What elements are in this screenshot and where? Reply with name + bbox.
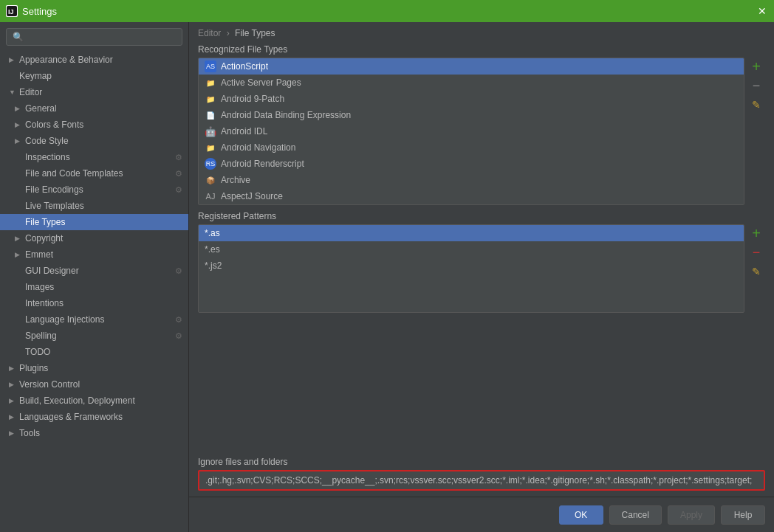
- file-type-active-server-pages[interactable]: 📁 Active Server Pages: [199, 75, 744, 91]
- sidebar-item-appearance-behavior[interactable]: Appearance & Behavior: [0, 52, 188, 68]
- file-type-archive[interactable]: 📦 Archive: [199, 172, 744, 188]
- tree-arrow-tools: [9, 429, 16, 437]
- ignore-label: Ignore files and folders: [198, 457, 765, 467]
- icon-active-server-pages: 📁: [205, 77, 216, 89]
- file-type-label-archive: Archive: [221, 175, 250, 185]
- file-type-android-9patch[interactable]: 📁 Android 9-Patch: [199, 91, 744, 107]
- sidebar-item-general[interactable]: General: [0, 100, 188, 117]
- file-types-side-buttons: + − ✎: [747, 58, 765, 205]
- file-type-label-aspectj: AspectJ Source: [221, 191, 283, 201]
- patterns-list[interactable]: *.as *.es *.js2: [198, 224, 744, 313]
- pattern-label-js2: *.js2: [205, 260, 222, 271]
- file-type-android-idl[interactable]: 🤖 Android IDL: [199, 123, 744, 139]
- sidebar-label-editor: Editor: [19, 87, 42, 97]
- inspections-badge: ⚙: [175, 153, 182, 162]
- file-type-label-actionscript: ActionScript: [221, 61, 268, 72]
- apply-button[interactable]: Apply: [668, 505, 715, 525]
- edit-file-type-button[interactable]: ✎: [747, 96, 765, 114]
- svg-text:IJ: IJ: [8, 8, 14, 15]
- sidebar-item-tools[interactable]: Tools: [0, 425, 188, 441]
- file-type-android-navigation[interactable]: 📁 Android Navigation: [199, 139, 744, 156]
- remove-pattern-button[interactable]: −: [747, 243, 765, 261]
- content-panels: Recognized File Types AS ActionScript 📁 …: [189, 44, 774, 451]
- sidebar-item-file-encodings[interactable]: File Encodings ⚙: [0, 182, 188, 198]
- ok-button[interactable]: OK: [559, 505, 603, 525]
- file-type-label-asp: Active Server Pages: [221, 77, 301, 88]
- sidebar-item-gui-designer[interactable]: GUI Designer ⚙: [0, 263, 188, 279]
- sidebar-label-plugins: Plugins: [19, 363, 48, 373]
- sidebar-label-inspections: Inspections: [25, 152, 70, 162]
- pattern-es[interactable]: *.es: [199, 241, 744, 258]
- file-type-csharp[interactable]: C# C#: [199, 204, 744, 205]
- sidebar: Appearance & Behavior Keymap Editor Gene…: [0, 22, 189, 532]
- registered-patterns-title: Registered Patterns: [198, 211, 765, 221]
- sidebar-item-images[interactable]: Images: [0, 279, 188, 295]
- file-type-android-data-binding[interactable]: 📄 Android Data Binding Expression: [199, 107, 744, 123]
- file-type-label-rs: Android Renderscript: [221, 159, 304, 169]
- sidebar-item-live-templates[interactable]: Live Templates: [0, 198, 188, 214]
- sidebar-item-file-code-templates[interactable]: File and Code Templates ⚙: [0, 165, 188, 182]
- sidebar-label-appearance-behavior: Appearance & Behavior: [19, 55, 113, 65]
- sidebar-label-colors-fonts: Colors & Fonts: [25, 120, 83, 130]
- icon-aspectj: AJ: [205, 190, 216, 202]
- file-type-label-9patch: Android 9-Patch: [221, 94, 284, 104]
- icon-android-navigation: 📁: [205, 142, 216, 153]
- sidebar-item-inspections[interactable]: Inspections ⚙: [0, 149, 188, 165]
- file-types-list[interactable]: AS ActionScript 📁 Active Server Pages 📁 …: [198, 58, 744, 205]
- file-type-label-anav: Android Navigation: [221, 142, 295, 153]
- pattern-label-es: *.es: [205, 244, 220, 255]
- sidebar-label-language-injections: Language Injections: [25, 314, 104, 325]
- cancel-button[interactable]: Cancel: [609, 505, 662, 525]
- tree-arrow-build: [9, 397, 16, 404]
- sidebar-label-file-types: File Types: [25, 217, 65, 227]
- tree-arrow-languages: [9, 413, 16, 421]
- help-button[interactable]: Help: [721, 505, 765, 525]
- sidebar-item-spelling[interactable]: Spelling ⚙: [0, 328, 188, 344]
- file-type-android-renderscript[interactable]: RS Android Renderscript: [199, 156, 744, 172]
- sidebar-item-copyright[interactable]: Copyright: [0, 230, 188, 246]
- sidebar-label-emmet: Emmet: [25, 249, 53, 260]
- pattern-js2[interactable]: *.js2: [199, 258, 744, 274]
- content-area: Editor › File Types Recognized File Type…: [189, 22, 774, 532]
- sidebar-label-languages: Languages & Frameworks: [19, 412, 123, 422]
- sidebar-label-intentions: Intentions: [25, 298, 64, 308]
- sidebar-label-build: Build, Execution, Deployment: [19, 395, 135, 406]
- sidebar-item-code-style[interactable]: Code Style: [0, 133, 188, 149]
- sidebar-item-languages[interactable]: Languages & Frameworks: [0, 409, 188, 425]
- pattern-as[interactable]: *.as: [199, 225, 744, 241]
- search-input[interactable]: [6, 28, 182, 46]
- edit-pattern-button[interactable]: ✎: [747, 263, 765, 280]
- sidebar-label-file-encodings: File Encodings: [25, 184, 83, 195]
- sidebar-item-emmet[interactable]: Emmet: [0, 246, 188, 263]
- fct-badge: ⚙: [175, 169, 182, 179]
- icon-android-renderscript: RS: [205, 158, 216, 170]
- add-pattern-button[interactable]: +: [747, 224, 765, 242]
- ignore-input[interactable]: [199, 471, 764, 489]
- sidebar-item-language-injections[interactable]: Language Injections ⚙: [0, 311, 188, 328]
- file-type-actionscript[interactable]: AS ActionScript: [199, 58, 744, 75]
- sidebar-item-version-control[interactable]: Version Control: [0, 376, 188, 393]
- patterns-side-buttons: + − ✎: [747, 224, 765, 313]
- sidebar-label-todo: TODO: [25, 347, 50, 357]
- sidebar-item-build[interactable]: Build, Execution, Deployment: [0, 393, 188, 409]
- sidebar-item-file-types[interactable]: File Types: [0, 214, 188, 230]
- recognized-file-types-title: Recognized File Types: [198, 44, 765, 55]
- remove-file-type-button[interactable]: −: [747, 77, 765, 94]
- sidebar-item-colors-fonts[interactable]: Colors & Fonts: [0, 117, 188, 133]
- tree-arrow-code-style: [15, 137, 22, 145]
- sidebar-item-todo[interactable]: TODO: [0, 344, 188, 360]
- breadcrumb: Editor › File Types: [189, 22, 774, 44]
- sidebar-item-plugins[interactable]: Plugins: [0, 360, 188, 376]
- sidebar-item-editor[interactable]: Editor: [0, 84, 188, 100]
- add-file-type-button[interactable]: +: [747, 58, 765, 75]
- ignore-section: Ignore files and folders: [198, 457, 765, 491]
- file-type-aspectj-source[interactable]: AJ AspectJ Source: [199, 188, 744, 204]
- close-button[interactable]: ✕: [756, 5, 768, 17]
- sidebar-item-keymap[interactable]: Keymap: [0, 68, 188, 84]
- breadcrumb-separator: ›: [227, 28, 230, 38]
- sidebar-item-intentions[interactable]: Intentions: [0, 295, 188, 311]
- sidebar-label-file-code-templates: File and Code Templates: [25, 168, 123, 179]
- registered-patterns-panel: Registered Patterns *.as *.es *.js2: [198, 211, 765, 313]
- li-badge: ⚙: [175, 315, 182, 325]
- sidebar-label-spelling: Spelling: [25, 331, 57, 341]
